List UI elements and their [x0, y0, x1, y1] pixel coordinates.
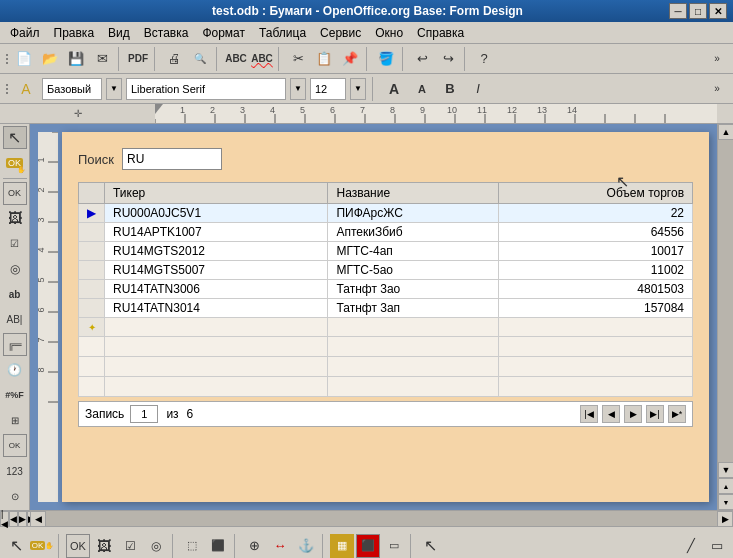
prev-page-button[interactable]: ◀: [9, 511, 18, 527]
bottom-ok-button[interactable]: OK: [66, 534, 90, 558]
menu-table[interactable]: Таблица: [253, 24, 312, 42]
tool-number[interactable]: 123: [3, 459, 27, 482]
bottom-check-button[interactable]: ☑: [118, 534, 142, 558]
tool-groupbox[interactable]: ╔═: [3, 333, 27, 356]
close-button[interactable]: ✕: [709, 3, 727, 19]
bottom-image-button[interactable]: 🖼: [92, 534, 116, 558]
font-dropdown-arrow[interactable]: ▼: [290, 78, 306, 100]
form-controls-button[interactable]: OK ✋: [30, 534, 54, 558]
tool-imagebutton[interactable]: 🖼: [3, 207, 27, 230]
last-record-button[interactable]: ▶|: [646, 405, 664, 423]
table-row[interactable]: RU14TATN3014Татнфт 3ап157084: [79, 299, 693, 318]
bottom-grid-button[interactable]: ▦: [330, 534, 354, 558]
bottom-select1-button[interactable]: ⬚: [180, 534, 204, 558]
bottom-radio-button[interactable]: ◎: [144, 534, 168, 558]
italic-button[interactable]: I: [466, 77, 490, 101]
bottom-snap-button[interactable]: ⬛: [356, 534, 380, 558]
menu-window[interactable]: Окно: [369, 24, 409, 42]
bold-button[interactable]: B: [438, 77, 462, 101]
select-mode-button[interactable]: ↖: [4, 534, 28, 558]
tool-spinbox[interactable]: ⊞: [3, 409, 27, 432]
menu-view[interactable]: Вид: [102, 24, 136, 42]
record-number-input[interactable]: [130, 405, 158, 423]
tool-label[interactable]: AB|: [3, 308, 27, 331]
undo-button[interactable]: ↩: [410, 47, 434, 71]
preview-button[interactable]: 🔍: [188, 47, 212, 71]
scroll-down-small[interactable]: ▼: [718, 494, 733, 510]
select-tool-button[interactable]: ↖: [3, 126, 27, 149]
tool-clock[interactable]: 🕐: [3, 358, 27, 381]
menu-edit[interactable]: Правка: [48, 24, 101, 42]
spellcheck-button[interactable]: ABC: [224, 47, 248, 71]
scroll-up-button[interactable]: ▲: [718, 124, 733, 140]
menu-file[interactable]: Файл: [4, 24, 46, 42]
email-button[interactable]: ✉: [90, 47, 114, 71]
new-button[interactable]: 📄: [12, 47, 36, 71]
copy-button[interactable]: 📋: [312, 47, 336, 71]
maximize-button[interactable]: □: [689, 3, 707, 19]
open-button[interactable]: 📂: [38, 47, 62, 71]
table-row[interactable]: RU14APTK1007АптекиЗбиб64556: [79, 223, 693, 242]
bottom-move-button[interactable]: ⊕: [242, 534, 266, 558]
form-control-tool[interactable]: OK ✋: [3, 151, 27, 174]
menu-tools[interactable]: Сервис: [314, 24, 367, 42]
save-button[interactable]: 💾: [64, 47, 88, 71]
autocorrect-button[interactable]: ABC: [250, 47, 274, 71]
tool-radiobutton[interactable]: ◎: [3, 257, 27, 280]
bottom-anchor-button[interactable]: ⚓: [294, 534, 318, 558]
increase-font-button[interactable]: A: [382, 77, 406, 101]
table-row[interactable]: ▶RU000A0JC5V1ПИФАрсЖС22: [79, 204, 693, 223]
search-input[interactable]: [122, 148, 222, 170]
font-toolbar-expand[interactable]: »: [705, 77, 729, 101]
tool-textfield[interactable]: ab: [3, 283, 27, 306]
empty-row: [79, 377, 693, 397]
table-row[interactable]: RU14TATN3006Татнфт 3ао4801503: [79, 280, 693, 299]
bottom-cursor-button[interactable]: ↖: [418, 534, 442, 558]
text-style-select[interactable]: [42, 78, 102, 100]
new-record-button[interactable]: ▶*: [668, 405, 686, 423]
bottom-resize-button[interactable]: ↔: [268, 534, 292, 558]
bottom-line-tool[interactable]: ╱: [679, 534, 703, 558]
h-scroll-right[interactable]: ▶: [717, 511, 733, 527]
tool-more[interactable]: ⊙: [3, 485, 27, 508]
paste-button[interactable]: 📌: [338, 47, 362, 71]
menu-insert[interactable]: Вставка: [138, 24, 195, 42]
style-dropdown-arrow[interactable]: ▼: [106, 78, 122, 100]
tool-ok-field[interactable]: OK: [3, 434, 27, 457]
toolbar-expand[interactable]: »: [705, 47, 729, 71]
scroll-up-small[interactable]: ▲: [718, 478, 733, 494]
tool-numfield[interactable]: #%F: [3, 384, 27, 407]
h-scroll-left[interactable]: ◀: [30, 511, 46, 527]
decrease-font-button[interactable]: A: [410, 77, 434, 101]
cell-volume: 11002: [499, 261, 693, 280]
titlebar-controls[interactable]: ─ □ ✕: [669, 3, 727, 19]
font-size-input[interactable]: [310, 78, 346, 100]
next-page-button[interactable]: ▶: [18, 511, 27, 527]
first-page-button[interactable]: |◀: [0, 511, 9, 527]
bottom-frame-button[interactable]: ▭: [382, 534, 406, 558]
bottom-select2-button[interactable]: ⬛: [206, 534, 230, 558]
menu-format[interactable]: Формат: [196, 24, 251, 42]
bottom-rect-tool[interactable]: ▭: [705, 534, 729, 558]
font-name-input[interactable]: [126, 78, 286, 100]
scroll-down-button[interactable]: ▼: [718, 462, 733, 478]
next-record-button[interactable]: ▶: [624, 405, 642, 423]
menu-help[interactable]: Справка: [411, 24, 470, 42]
empty-cell: [499, 377, 693, 397]
tool-checkbox[interactable]: ☑: [3, 232, 27, 255]
prev-record-button[interactable]: ◀: [602, 405, 620, 423]
scroll-track[interactable]: [718, 140, 733, 462]
redo-button[interactable]: ↪: [436, 47, 460, 71]
h-scroll-track[interactable]: [46, 511, 717, 526]
table-row[interactable]: RU14MGTS2012МГТС-4ап10017: [79, 242, 693, 261]
cut-button[interactable]: ✂: [286, 47, 310, 71]
table-row[interactable]: RU14MGTS5007МГТС-5ао11002: [79, 261, 693, 280]
tool-pushbutton[interactable]: OK: [3, 182, 27, 205]
size-dropdown-arrow[interactable]: ▼: [350, 78, 366, 100]
minimize-button[interactable]: ─: [669, 3, 687, 19]
help-btn[interactable]: ?: [472, 47, 496, 71]
print-button[interactable]: 🖨: [162, 47, 186, 71]
paint-button[interactable]: 🪣: [374, 47, 398, 71]
first-record-button[interactable]: |◀: [580, 405, 598, 423]
pdf-button[interactable]: PDF: [126, 47, 150, 71]
